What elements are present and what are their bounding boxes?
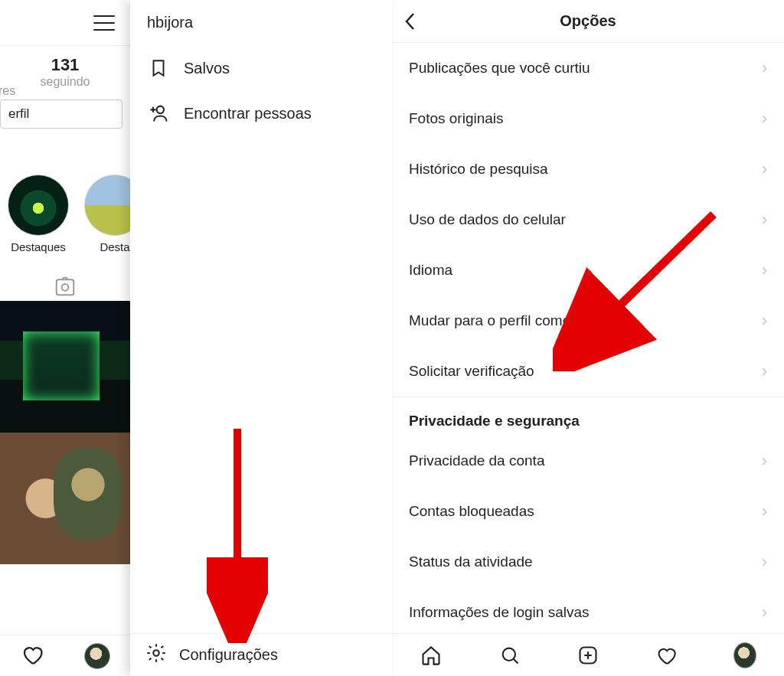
following-count: 131 [0, 55, 130, 75]
following-stat[interactable]: 131 seguindo [0, 46, 130, 89]
grid-tabs [0, 253, 130, 301]
option-account-privacy[interactable]: Privacidade da conta › [392, 436, 784, 486]
highlight-thumb-1 [8, 175, 69, 236]
option-blocked-accounts[interactable]: Contas bloqueadas › [392, 486, 784, 537]
option-search-history[interactable]: Histórico de pesquisa › [392, 144, 784, 194]
option-original-photos[interactable]: Fotos originais › [392, 93, 784, 144]
options-header: Opções [392, 0, 784, 43]
option-account-privacy-label: Privacidade da conta [409, 452, 544, 469]
option-request-verification[interactable]: Solicitar verificação › [392, 346, 784, 397]
option-original-photos-label: Fotos originais [409, 110, 504, 127]
right-screenshot: Opções Publicações que você curtiu › Fot… [392, 0, 784, 676]
option-language-label: Idioma [409, 262, 452, 279]
menu-item-settings[interactable]: Configurações [130, 633, 392, 676]
menu-item-settings-label: Configurações [179, 646, 278, 664]
option-activity-status[interactable]: Status da atividade › [392, 537, 784, 587]
chevron-right-icon: › [762, 210, 767, 230]
option-liked-posts[interactable]: Publicações que você curtiu › [392, 43, 784, 93]
chevron-right-icon: › [762, 159, 767, 179]
nav-add-post-icon[interactable] [577, 644, 599, 667]
option-saved-login[interactable]: Informações de login salvas › [392, 587, 784, 627]
followers-label-cut: res [0, 84, 15, 98]
highlight-label-1: Destaques [11, 240, 66, 253]
menu-item-saved-label: Salvos [184, 60, 230, 77]
option-search-history-label: Histórico de pesquisa [409, 161, 548, 178]
gear-icon [145, 642, 167, 668]
option-blocked-accounts-label: Contas bloqueadas [409, 503, 534, 520]
option-activity-status-label: Status da atividade [409, 554, 533, 570]
chevron-right-icon: › [762, 501, 767, 521]
option-liked-posts-label: Publicações que você curtiu [409, 60, 590, 77]
add-person-icon [147, 103, 170, 124]
highlight-1[interactable]: Destaques [8, 175, 69, 253]
chevron-right-icon: › [762, 361, 767, 381]
chevron-right-icon: › [762, 311, 767, 331]
option-language[interactable]: Idioma › [392, 245, 784, 296]
highlight-label-2: Desta [100, 240, 129, 253]
chevron-right-icon: › [762, 552, 767, 572]
bottom-nav-bar [392, 633, 784, 676]
menu-item-find-people[interactable]: Encontrar pessoas [130, 90, 392, 136]
bookmark-icon [147, 58, 170, 78]
option-saved-login-label: Informações de login salvas [409, 604, 590, 621]
nav-search-icon[interactable] [498, 644, 521, 667]
profile-avatar-icon[interactable] [84, 643, 110, 669]
hamburger-icon[interactable] [93, 15, 115, 31]
svg-point-1 [62, 284, 69, 291]
profile-underlay: 131 seguindo res erfil Destaques Desta [0, 0, 130, 676]
chevron-right-icon: › [762, 260, 767, 280]
option-switch-business[interactable]: Mudar para o perfil comercial › [392, 296, 784, 346]
activity-heart-icon[interactable] [21, 643, 44, 669]
tagged-tab-icon[interactable] [54, 275, 77, 301]
chevron-right-icon: › [762, 58, 767, 78]
option-request-verification-label: Solicitar verificação [409, 363, 534, 380]
profile-top-bar [0, 0, 130, 46]
left-screenshot: 131 seguindo res erfil Destaques Desta [0, 0, 392, 676]
nav-home-icon[interactable] [420, 644, 443, 667]
photo-2[interactable] [0, 433, 130, 564]
back-chevron-icon[interactable] [403, 11, 418, 37]
chevron-right-icon: › [762, 109, 767, 129]
options-title: Opções [560, 12, 616, 30]
options-list[interactable]: Publicações que você curtiu › Fotos orig… [392, 43, 784, 633]
chevron-right-icon: › [762, 603, 767, 622]
slideover-username: hbijora [130, 0, 392, 46]
section-privacy-security: Privacidade e segurança [392, 397, 784, 436]
nav-activity-icon[interactable] [655, 644, 678, 667]
story-highlights: Destaques Desta [0, 129, 130, 253]
option-cellular-data[interactable]: Uso de dados do celular › [392, 194, 784, 245]
option-switch-business-label: Mudar para o perfil comercial [409, 312, 597, 329]
following-label: seguindo [0, 75, 130, 89]
chevron-right-icon: › [762, 451, 767, 471]
menu-item-find-people-label: Encontrar pessoas [184, 105, 312, 122]
svg-point-5 [502, 648, 514, 660]
svg-point-2 [157, 106, 164, 113]
option-cellular-data-label: Uso de dados do celular [409, 211, 566, 228]
photo-1[interactable] [0, 301, 130, 433]
bottom-nav-left-partial [0, 635, 130, 676]
edit-profile-button-cut[interactable]: erfil [0, 100, 122, 129]
svg-point-3 [153, 650, 158, 655]
nav-profile-avatar-icon[interactable] [733, 644, 756, 667]
photo-grid [0, 301, 130, 564]
menu-item-saved[interactable]: Salvos [130, 46, 392, 90]
slideover-menu: hbijora Salvos Encontrar pessoa [130, 0, 392, 676]
svg-rect-0 [57, 279, 74, 295]
